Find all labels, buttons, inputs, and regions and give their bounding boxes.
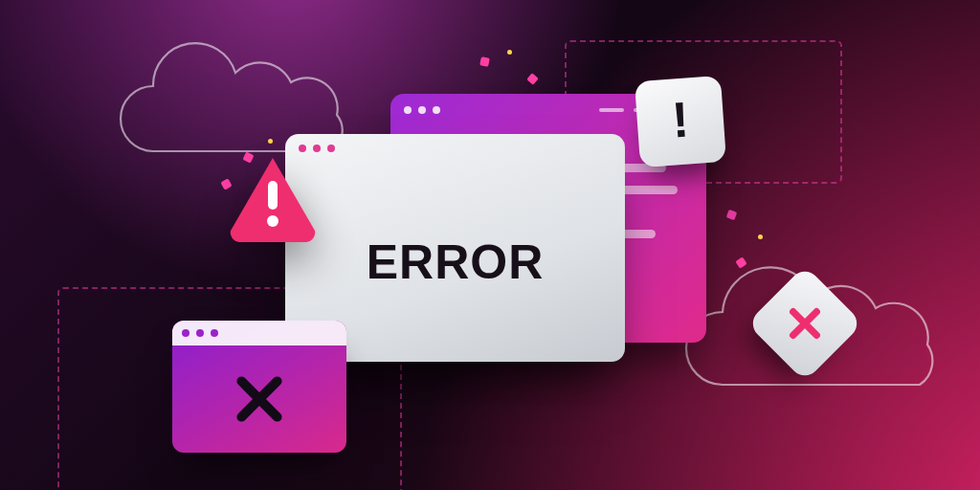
confetti [479,56,490,67]
svg-point-1 [267,215,278,227]
confetti [507,50,512,55]
window-titlebar [172,321,346,345]
traffic-lights-icon [182,329,218,337]
svg-rect-0 [268,181,278,210]
confetti [758,234,763,239]
mini-window [172,321,346,453]
exclamation-icon: ! [670,90,690,148]
exclamation-tile: ! [635,76,726,167]
warning-triangle-icon [225,150,321,246]
window-titlebar [285,134,625,163]
traffic-lights-icon [404,106,440,114]
x-icon [233,372,286,426]
confetti [726,210,738,221]
error-label: ERROR [367,234,545,290]
x-icon [785,303,825,344]
confetti [526,73,539,85]
